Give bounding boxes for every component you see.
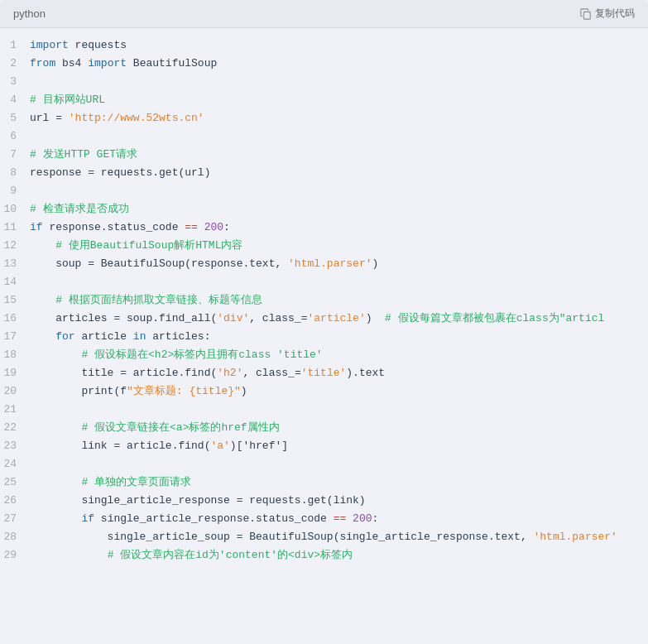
code-line: 18 # 假设标题在<h2>标签内且拥有class 'title' <box>0 346 648 364</box>
line-number: 8 <box>0 164 30 182</box>
line-content: # 使用BeautifulSoup解析HTML内容 <box>30 237 635 255</box>
code-line: 25 # 单独的文章页面请求 <box>0 473 648 492</box>
code-body: 1import requests2from bs4 import Beautif… <box>0 28 648 573</box>
line-content: import requests <box>30 36 635 55</box>
line-number: 4 <box>0 91 30 109</box>
line-content: if response.status_code == 200: <box>30 219 635 237</box>
copy-label: 复制代码 <box>595 7 635 21</box>
line-number: 5 <box>0 109 30 127</box>
code-line: 8response = requests.get(url) <box>0 164 648 182</box>
line-content: # 发送HTTP GET请求 <box>30 146 635 164</box>
line-number: 27 <box>0 510 30 528</box>
line-content: from bs4 import BeautifulSoup <box>30 55 635 73</box>
code-line: 12 # 使用BeautifulSoup解析HTML内容 <box>0 237 648 255</box>
line-content: # 单独的文章页面请求 <box>30 473 635 492</box>
code-line: 27 if single_article_response.status_cod… <box>0 510 648 528</box>
code-line: 1import requests <box>0 36 648 55</box>
code-line: 17 for article in articles: <box>0 328 648 346</box>
line-number: 9 <box>0 182 30 200</box>
line-content: for article in articles: <box>30 328 635 346</box>
copy-icon <box>580 8 592 20</box>
code-line: 19 title = article.find('h2', class_='ti… <box>0 364 648 382</box>
code-line: 3 <box>0 73 648 91</box>
line-number: 28 <box>0 528 30 546</box>
line-content: title = article.find('h2', class_='title… <box>30 364 635 382</box>
line-number: 29 <box>0 546 30 565</box>
code-line: 7# 发送HTTP GET请求 <box>0 146 648 164</box>
line-content: # 根据页面结构抓取文章链接、标题等信息 <box>30 291 635 310</box>
code-line: 6 <box>0 127 648 146</box>
line-number: 11 <box>0 219 30 237</box>
code-line: 2from bs4 import BeautifulSoup <box>0 55 648 73</box>
line-number: 23 <box>0 437 30 455</box>
code-block: python 复制代码 1import requests2from bs4 im… <box>0 0 648 644</box>
line-content: # 假设文章链接在<a>标签的href属性内 <box>30 419 635 437</box>
line-number: 12 <box>0 237 30 255</box>
code-line: 23 link = article.find('a')['href'] <box>0 437 648 455</box>
code-language: python <box>13 7 46 20</box>
code-header: python 复制代码 <box>0 0 648 28</box>
code-line: 5url = 'http://www.52wts.cn' <box>0 109 648 127</box>
code-line: 16 articles = soup.find_all('div', class… <box>0 310 648 328</box>
line-number: 22 <box>0 419 30 437</box>
line-content: link = article.find('a')['href'] <box>30 437 635 455</box>
line-number: 2 <box>0 55 30 73</box>
line-number: 1 <box>0 36 30 55</box>
line-number: 13 <box>0 255 30 273</box>
line-number: 18 <box>0 346 30 364</box>
code-line: 20 print(f"文章标题: {title}") <box>0 382 648 401</box>
line-number: 20 <box>0 382 30 401</box>
line-content: # 目标网站URL <box>30 91 635 109</box>
line-number: 19 <box>0 364 30 382</box>
code-line: 14 <box>0 273 648 291</box>
svg-rect-0 <box>583 12 590 19</box>
line-content: url = 'http://www.52wts.cn' <box>30 109 635 127</box>
line-content: # 假设标题在<h2>标签内且拥有class 'title' <box>30 346 635 364</box>
code-line: 28 single_article_soup = BeautifulSoup(s… <box>0 528 648 546</box>
code-line: 15 # 根据页面结构抓取文章链接、标题等信息 <box>0 291 648 310</box>
line-content: if single_article_response.status_code =… <box>30 510 635 528</box>
code-line: 4# 目标网站URL <box>0 91 648 109</box>
code-line: 9 <box>0 182 648 200</box>
code-line: 22 # 假设文章链接在<a>标签的href属性内 <box>0 419 648 437</box>
line-number: 17 <box>0 328 30 346</box>
line-number: 26 <box>0 492 30 510</box>
line-number: 14 <box>0 273 30 291</box>
line-content: # 检查请求是否成功 <box>30 200 635 219</box>
code-line: 24 <box>0 455 648 473</box>
line-number: 21 <box>0 401 30 419</box>
line-content: print(f"文章标题: {title}") <box>30 382 635 401</box>
line-content: single_article_soup = BeautifulSoup(sing… <box>30 528 635 546</box>
line-content: articles = soup.find_all('div', class_='… <box>30 310 635 328</box>
line-number: 6 <box>0 127 30 146</box>
line-number: 7 <box>0 146 30 164</box>
code-line: 21 <box>0 401 648 419</box>
line-number: 25 <box>0 473 30 492</box>
line-number: 24 <box>0 455 30 473</box>
code-line: 29 # 假设文章内容在id为'content'的<div>标签内 <box>0 546 648 565</box>
line-content: response = requests.get(url) <box>30 164 635 182</box>
line-number: 15 <box>0 291 30 310</box>
line-content: single_article_response = requests.get(l… <box>30 492 635 510</box>
code-line: 10# 检查请求是否成功 <box>0 200 648 219</box>
line-number: 3 <box>0 73 30 91</box>
line-content: soup = BeautifulSoup(response.text, 'htm… <box>30 255 635 273</box>
line-number: 16 <box>0 310 30 328</box>
code-line: 26 single_article_response = requests.ge… <box>0 492 648 510</box>
code-line: 11if response.status_code == 200: <box>0 219 648 237</box>
copy-button[interactable]: 复制代码 <box>580 7 635 21</box>
line-content: # 假设文章内容在id为'content'的<div>标签内 <box>30 546 635 565</box>
line-number: 10 <box>0 200 30 219</box>
code-line: 13 soup = BeautifulSoup(response.text, '… <box>0 255 648 273</box>
